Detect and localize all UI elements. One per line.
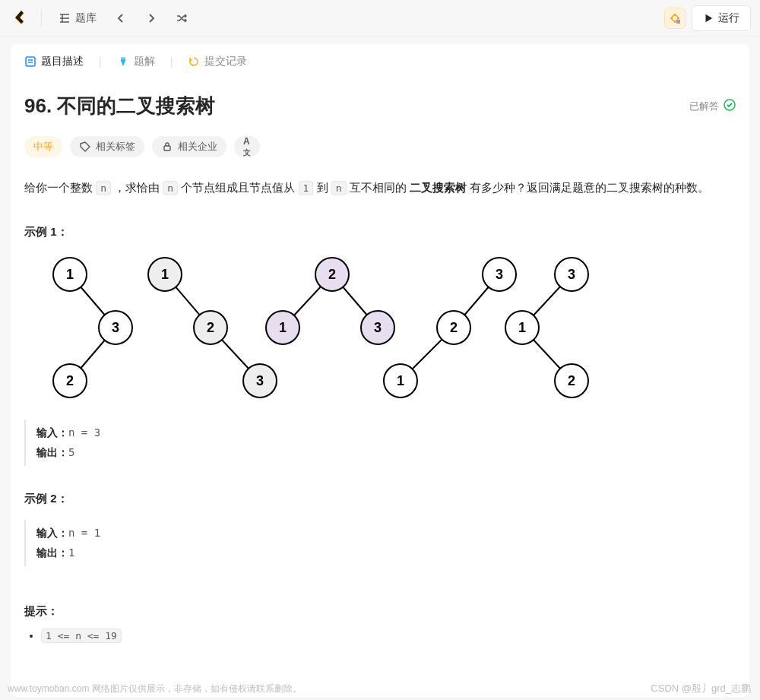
input-label: 输入： [36, 426, 68, 439]
watermark-right: CSDN @殷丿grd_志鹏 [651, 682, 751, 695]
svg-rect-2 [26, 57, 35, 66]
debug-badge[interactable] [664, 8, 686, 29]
constraint-code: 1 <= n <= 19 [41, 629, 122, 643]
svg-text:3: 3 [112, 320, 119, 335]
example1-box: 输入：n = 3 输出：5 [24, 420, 736, 466]
svg-text:2: 2 [66, 373, 74, 388]
problem-statement: 给你一个整数 n ，求恰由 n 个节点组成且节点值从 1 到 n 互不相同的 二… [24, 177, 736, 199]
input-value: n = 1 [68, 527, 100, 539]
stmt-text: 到 [313, 181, 331, 194]
lang-chip[interactable]: A文 [234, 136, 260, 157]
tab-solution-label: 题解 [134, 55, 155, 68]
chips-row: 中等 相关标签 相关企业 A文 [24, 136, 736, 157]
library-label: 题库 [75, 11, 97, 25]
stmt-text: ，求恰由 [111, 181, 163, 194]
svg-text:1: 1 [279, 320, 287, 335]
leetcode-logo[interactable] [9, 8, 30, 29]
example2-heading: 示例 2： [24, 492, 736, 506]
stmt-text: 互不相同的 [347, 181, 410, 194]
shuffle-button[interactable] [169, 6, 194, 30]
svg-text:2: 2 [568, 373, 575, 388]
constraints-list: 1 <= n <= 19 [41, 629, 736, 641]
problem-title: 96. 不同的二叉搜索树 [24, 93, 215, 119]
run-button[interactable]: 运行 [692, 5, 751, 31]
solved-status: 已解答 [689, 99, 736, 113]
svg-text:2: 2 [207, 320, 214, 335]
tags-chip[interactable]: 相关标签 [70, 136, 144, 157]
tab-solution[interactable]: 题解 [117, 55, 155, 68]
input-label: 输入： [36, 527, 68, 539]
svg-rect-3 [121, 57, 125, 59]
top-toolbar: 题库 运行 [0, 0, 760, 36]
svg-text:1: 1 [161, 267, 169, 282]
tab-submissions-label: 提交记录 [204, 55, 247, 68]
bst-diagram: 132123213321312 [24, 252, 736, 406]
tab-description-label: 题目描述 [41, 55, 84, 68]
svg-text:1: 1 [66, 267, 74, 282]
stmt-bold: 二叉搜索树 [410, 181, 467, 194]
svg-rect-1 [676, 20, 680, 24]
example2-box: 输入：n = 1 输出：1 [24, 520, 736, 566]
code-n: n [331, 181, 347, 195]
difficulty-chip[interactable]: 中等 [24, 136, 62, 157]
tags-label: 相关标签 [96, 140, 135, 154]
svg-text:3: 3 [568, 267, 575, 282]
tab-description[interactable]: 题目描述 [24, 55, 84, 68]
svg-text:1: 1 [518, 320, 526, 335]
input-value: n = 3 [68, 426, 100, 439]
stmt-text: 给你一个整数 [24, 181, 96, 194]
output-label: 输出： [36, 446, 68, 458]
svg-text:3: 3 [374, 320, 382, 335]
companies-chip[interactable]: 相关企业 [152, 136, 226, 157]
tab-submissions[interactable]: 提交记录 [188, 55, 247, 68]
tabs-row: 题目描述 | 题解 | 提交记录 [11, 44, 749, 76]
next-button[interactable] [139, 6, 163, 30]
solved-label: 已解答 [689, 100, 719, 113]
companies-label: 相关企业 [178, 140, 217, 154]
constraint-item: 1 <= n <= 19 [41, 629, 736, 641]
svg-text:1: 1 [397, 373, 404, 388]
svg-text:3: 3 [256, 373, 264, 388]
svg-text:2: 2 [328, 267, 336, 282]
watermark-left: www.toymoban.com 网络图片仅供展示，非存储，如有侵权请联系删除。 [8, 683, 302, 695]
divider [41, 10, 42, 27]
library-button[interactable]: 题库 [52, 6, 103, 30]
output-label: 输出： [36, 546, 68, 559]
svg-rect-5 [164, 146, 170, 150]
check-icon [724, 99, 736, 113]
lang-label: A文 [243, 136, 251, 158]
example1-heading: 示例 1： [24, 225, 736, 239]
code-1: 1 [299, 181, 314, 195]
content-area: 96. 不同的二叉搜索树 已解答 中等 相关标签 相关企业 A文 [11, 76, 749, 658]
output-value: 5 [68, 446, 74, 458]
output-value: 1 [68, 546, 74, 559]
hints-heading: 提示： [24, 604, 736, 619]
svg-text:3: 3 [496, 267, 503, 282]
prev-button[interactable] [109, 6, 133, 30]
svg-text:2: 2 [450, 320, 458, 335]
code-n: n [96, 181, 111, 195]
tag-icon [79, 141, 91, 153]
problem-card: 题目描述 | 题解 | 提交记录 96. 不同的二叉搜索树 已解答 中等 [11, 44, 749, 698]
stmt-text: 有多少种？返回满足题意的二叉搜索树的种数。 [467, 181, 709, 194]
code-n: n [163, 181, 178, 195]
run-label: 运行 [718, 11, 739, 25]
lock-icon [161, 141, 173, 153]
stmt-text: 个节点组成且节点值从 [178, 181, 298, 194]
